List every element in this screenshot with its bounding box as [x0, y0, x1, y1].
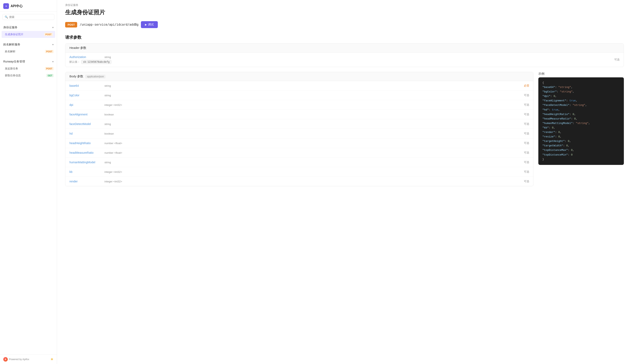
param-row-faceAlignment: faceAlignmentboolean可选	[65, 110, 533, 119]
sidebar-item-generate-idcard[interactable]: 生成身份证照片 POST	[2, 31, 55, 38]
param-type-base64: string	[104, 84, 111, 87]
param-required-headHeightRatio: 可选	[524, 141, 529, 145]
param-row-kb: kbinteger <int32>可选	[65, 167, 533, 177]
param-row-dpi: dpiinteger <int32>可选	[65, 100, 533, 110]
request-params-title: 请求参数	[65, 34, 624, 40]
param-type-humanMattingModel: string	[104, 161, 111, 164]
param-name-faceDetectModel: faceDetectModel	[70, 122, 102, 126]
try-button[interactable]: ▶ 调试	[141, 21, 158, 28]
param-required-hd: 可选	[524, 132, 529, 136]
param-name-hd: hd	[70, 132, 102, 135]
param-type-bgColor: string	[104, 94, 111, 97]
play-icon: ▶	[145, 23, 147, 26]
param-row-hd: hdboolean可选	[65, 129, 533, 138]
search-box[interactable]: 🔍	[2, 14, 54, 20]
nav-section-idcard-header[interactable]: 身份证服务 ▾	[0, 24, 57, 31]
param-type-headMeasureRatio: number <float>	[104, 151, 122, 154]
nav-section-runway-header[interactable]: Runway任务管理 ▾	[0, 58, 57, 65]
example-code: { "base64": "string", "bgColor": "string…	[538, 77, 624, 165]
param-type-faceDetectModel: string	[104, 122, 111, 126]
main-content: 身份证服务 生成身份证照片 POST /uniapp-service/api/i…	[57, 0, 632, 364]
param-type-hd: boolean	[104, 132, 114, 135]
sidebar-header: ≡ API中心	[0, 0, 57, 12]
param-name-faceAlignment: faceAlignment	[70, 113, 102, 116]
sidebar-item-get-task[interactable]: 获取任务信息 GET	[0, 72, 57, 79]
param-required-render: 可选	[524, 180, 529, 183]
param-optional-authorization: 可选	[614, 58, 620, 62]
param-name-headHeightRatio: headHeightRatio	[70, 142, 102, 145]
body-example: 示例 { "base64": "string", "bgColor": "str…	[538, 72, 624, 191]
param-required-faceAlignment: 可选	[524, 112, 529, 116]
param-name-render: render	[70, 180, 102, 183]
chevron-down-icon: ▾	[52, 43, 54, 46]
param-row-bgColor: bgColorstring可选	[65, 90, 533, 100]
nav-section-idcard: 身份证服务 ▾ 生成身份证照片 POST	[0, 22, 57, 40]
sidebar: ≡ API中心 🔍 身份证服务 ▾ 生成身份证照片 POST 姓名解析服务 ▾ …	[0, 0, 57, 364]
search-icon: 🔍	[5, 16, 8, 18]
powered-by: A Powered by Apifox	[3, 357, 29, 362]
param-type-faceAlignment: boolean	[104, 113, 114, 116]
sidebar-footer: A Powered by Apifox ☀	[0, 354, 57, 364]
body-section: Body 参数 application/json base64string必需b…	[65, 72, 624, 191]
nav-section-name: 姓名解析服务 ▾ 姓名解析 POST	[0, 40, 57, 56]
post-badge: POST	[45, 50, 54, 53]
content-type-badge: application/json	[85, 75, 106, 78]
param-required-headMeasureRatio: 可选	[524, 151, 529, 154]
breadcrumb: 身份证服务	[65, 0, 624, 8]
param-type-authorization: string	[104, 56, 111, 59]
header-params-card: Header 参数 Authorization string 默认值： sk-1…	[65, 43, 624, 67]
app-logo: ≡	[3, 3, 9, 9]
body-params: Body 参数 application/json base64string必需b…	[65, 72, 534, 191]
param-default-value: sk-12345678abcdefg	[81, 60, 111, 64]
param-type-dpi: integer <int32>	[104, 104, 122, 106]
endpoint-url: /uniapp-service/api/idcard/addBg	[80, 23, 138, 26]
param-required-base64: 必需	[524, 84, 529, 88]
sidebar-item-new-task[interactable]: 发起新任务 POST	[0, 65, 57, 72]
param-required-kb: 可选	[524, 170, 529, 174]
nav-section-runway: Runway任务管理 ▾ 发起新任务 POST 获取任务信息 GET	[0, 56, 57, 80]
param-row-base64: base64string必需	[65, 81, 533, 90]
param-row-faceDetectModel: faceDetectModelstring可选	[65, 119, 533, 129]
param-type-headHeightRatio: number <float>	[104, 142, 122, 145]
endpoint-bar: POST /uniapp-service/api/idcard/addBg ▶ …	[65, 21, 624, 28]
body-params-header: Body 参数 application/json	[65, 72, 533, 81]
param-type-render: integer <int32>	[104, 180, 122, 183]
param-name-base64: base64	[70, 84, 102, 87]
param-name-authorization: Authorization	[70, 55, 102, 59]
param-name-headMeasureRatio: headMeasureRatio	[70, 151, 102, 154]
param-required-faceDetectModel: 可选	[524, 122, 529, 126]
post-badge: POST	[44, 33, 53, 36]
search-input[interactable]	[9, 16, 52, 18]
header-params-header: Header 参数	[65, 44, 624, 52]
param-name-humanMattingModel: humanMattingModel	[70, 160, 102, 164]
example-title: 示例	[538, 72, 624, 76]
page-title: 生成身份证照片	[65, 8, 624, 16]
param-name-bgColor: bgColor	[70, 94, 102, 97]
theme-toggle-icon[interactable]: ☀	[50, 357, 54, 362]
param-row-authorization: Authorization string 默认值： sk-12345678abc…	[65, 52, 624, 67]
param-required-dpi: 可选	[524, 103, 529, 107]
body-params-card: Body 参数 application/json base64string必需b…	[65, 72, 534, 186]
param-row-headHeightRatio: headHeightRationumber <float>可选	[65, 138, 533, 148]
nav-section-name-header[interactable]: 姓名解析服务 ▾	[0, 41, 57, 48]
param-row-render: renderinteger <int32>可选	[65, 177, 533, 186]
param-type-kb: integer <int32>	[104, 170, 122, 174]
chevron-down-icon: ▾	[52, 60, 54, 63]
param-row-humanMattingModel: humanMattingModelstring可选	[65, 158, 533, 167]
apifox-logo: A	[3, 357, 8, 362]
post-badge: POST	[45, 67, 54, 70]
param-required-bgColor: 可选	[524, 94, 529, 97]
param-name-kb: kb	[70, 170, 102, 174]
app-title: API中心	[10, 4, 22, 8]
param-name-dpi: dpi	[70, 103, 102, 106]
param-required-humanMattingModel: 可选	[524, 160, 529, 164]
chevron-down-icon: ▾	[52, 26, 54, 29]
param-row-headMeasureRatio: headMeasureRationumber <float>可选	[65, 148, 533, 158]
param-default-authorization: 默认值： sk-12345678abcdefg	[70, 60, 614, 64]
get-badge: GET	[46, 74, 54, 77]
method-badge: POST	[65, 22, 77, 28]
sidebar-item-name-parse[interactable]: 姓名解析 POST	[0, 48, 57, 55]
